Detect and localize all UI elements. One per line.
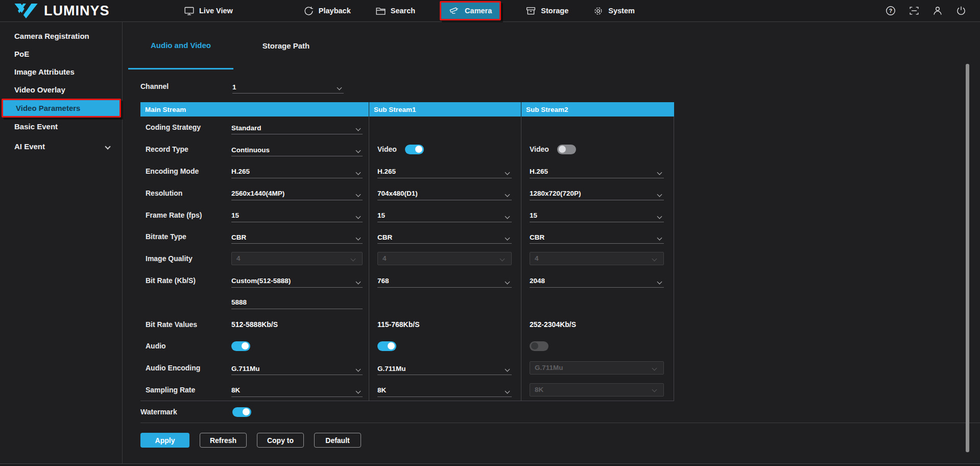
sampling-rate-select-sub1[interactable]: 8K [377,383,512,397]
apply-button[interactable]: Apply [140,433,189,448]
frame-rate-select-sub1[interactable]: 15 [377,208,512,222]
bitrate-custom-input[interactable] [231,296,363,309]
watermark-label: Watermark [140,408,232,416]
chevron-down-icon [505,170,510,175]
user-icon[interactable] [932,5,943,16]
nav-item-live-view[interactable]: Live View [184,6,233,16]
bitrate-type-select-sub1[interactable]: CBR [377,229,512,244]
resolution-select-main[interactable]: 2560x1440(4MP) [231,186,363,200]
resolution-select-sub2[interactable]: 1280x720(720P) [530,186,664,200]
audio-toggle-sub1[interactable] [377,341,396,351]
audio-toggle-main[interactable] [231,341,250,351]
audio-encoding-select-main[interactable]: G.711Mu [231,361,363,375]
bitrate-type-select-main[interactable]: CBR [231,229,363,244]
video-toggle-sub2[interactable] [557,145,576,154]
fullscreen-icon[interactable] [909,5,920,16]
chevron-down-icon [505,236,510,241]
image-quality-select-sub2: 4 [530,252,664,265]
watermark-row: Watermark [140,401,980,423]
column-header-sub-stream2: Sub Stream2 [521,102,674,116]
sidebar-item-image-attributes[interactable]: Image Attributes [0,63,122,81]
encoding-mode-select-sub1[interactable]: H.265 [377,164,512,178]
video-toggle-sub1[interactable] [405,145,424,154]
nav-item-search[interactable]: Search [375,6,415,16]
channel-select[interactable]: 1 [232,79,344,94]
chevron-down-icon [505,279,510,285]
chevron-down-icon [337,85,342,90]
chevron-down-icon [356,192,361,197]
encoding-mode-select-sub2[interactable]: H.265 [530,164,664,178]
chevron-down-icon [356,214,361,219]
sampling-rate-select-main[interactable]: 8K [231,383,363,397]
record-type-select[interactable]: Continuous [231,142,363,156]
chevron-down-icon [356,236,361,241]
power-icon[interactable] [955,5,967,16]
chevron-down-icon [351,256,356,261]
nav-item-system[interactable]: System [593,6,635,16]
chevron-down-icon [505,192,510,197]
bit-rate-select-sub1[interactable]: 768 [377,273,512,288]
sidebar-item-video-overlay[interactable]: Video Overlay [0,81,122,99]
audio-label: Audio [146,342,231,350]
tab-audio-and-video[interactable]: Audio and Video [128,22,233,69]
sidebar-item-label: Basic Event [14,122,58,131]
nav-item-camera[interactable]: Camera [440,1,501,20]
encoding-mode-select-main[interactable]: H.265 [231,164,363,178]
bit-rate-select-sub2[interactable]: 2048 [530,273,664,288]
sidebar-item-camera-registration[interactable]: Camera Registration [0,27,122,45]
select-value: G.711Mu [231,365,260,372]
nav-item-playback[interactable]: Playback [303,6,351,16]
chevron-down-icon [105,144,110,149]
audio-encoding-select-sub1[interactable]: G.711Mu [377,361,512,375]
sidebar-item-label: Video Parameters [16,104,80,112]
table-row: Frame Rate (fps) 15 15 15 [140,204,674,226]
chevron-down-icon [657,214,662,219]
select-value: 8K [231,387,240,394]
table-row: Audio [140,335,674,357]
bit-rate-select-main[interactable]: Custom(512-5888) [231,273,363,288]
chevron-down-icon [652,387,657,392]
select-value: CBR [530,234,544,241]
nav-label: Camera [465,7,492,15]
select-value: CBR [377,234,392,241]
sidebar-item-basic-event[interactable]: Basic Event [0,118,122,135]
help-icon[interactable]: ? [885,5,896,16]
copy-to-button[interactable]: Copy to [257,433,304,448]
select-value: 704x480(D1) [377,190,418,197]
sidebar-item-ai-event[interactable]: AI Event [0,137,122,155]
brand-logo: LUMINYS [13,3,110,19]
nav-item-storage[interactable]: Storage [525,6,568,16]
playback-icon [303,6,314,16]
window-bottom-edge [0,463,980,466]
default-button[interactable]: Default [314,433,361,448]
sidebar: Camera Registration PoE Image Attributes… [0,22,123,466]
top-nav-bar: LUMINYS Live View Playback Search [0,0,980,22]
select-value: 4 [535,255,539,262]
sidebar-item-video-parameters[interactable]: Video Parameters [2,99,121,118]
refresh-button[interactable]: Refresh [200,433,247,448]
bitrate-type-select-sub2[interactable]: CBR [530,229,664,244]
coding-strategy-select[interactable]: Standard [231,120,363,134]
image-quality-select-main: 4 [231,252,363,265]
resolution-select-sub1[interactable]: 704x480(D1) [377,186,512,200]
vertical-scrollbar[interactable] [966,64,969,452]
watermark-toggle[interactable] [232,407,251,417]
coding-strategy-label: Coding Strategy [146,123,231,131]
audio-encoding-label: Audio Encoding [146,364,231,372]
select-value: H.265 [377,168,396,175]
bit-rate-label: Bit Rate (Kb/S) [146,276,231,285]
chevron-down-icon [652,256,657,261]
select-value: 768 [377,277,389,285]
chevron-down-icon [356,279,361,285]
tab-label: Storage Path [262,41,310,50]
tab-bar: Audio and Video Storage Path [128,22,980,69]
sidebar-item-label: Video Overlay [14,85,65,94]
select-value: 4 [236,255,241,262]
frame-rate-select-main[interactable]: 15 [231,208,363,222]
frame-rate-select-sub2[interactable]: 15 [530,208,664,222]
sidebar-item-poe[interactable]: PoE [0,45,122,63]
tab-storage-path[interactable]: Storage Path [233,22,339,69]
table-row: Image Quality 4 4 4 [140,248,674,270]
select-value: G.711Mu [377,365,406,372]
luminys-logo-icon [13,3,39,19]
